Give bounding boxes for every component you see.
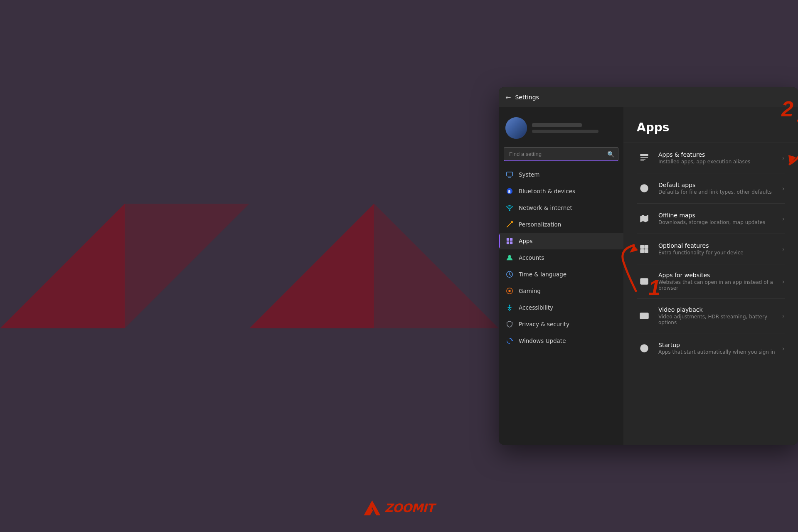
nav-item-windows-update[interactable]: Windows Update <box>499 332 623 349</box>
settings-list: Apps & features Installed apps, app exec… <box>623 143 798 363</box>
optional-features-title: Optional features <box>658 242 776 249</box>
content-area: 🔍 System ʙ Bluetooth & devices Networ <box>499 107 798 445</box>
video-playback-title: Video playback <box>658 306 776 313</box>
accounts-icon <box>505 254 514 262</box>
video-playback-desc: Video adjustments, HDR streaming, batter… <box>658 314 776 325</box>
bg-decoration-1 <box>0 204 125 328</box>
optional-features-icon <box>637 241 652 256</box>
search-box: 🔍 <box>504 147 618 161</box>
gaming-icon <box>505 287 514 295</box>
apps-features-desc: Installed apps, app execution aliases <box>658 159 776 165</box>
default-apps-desc: Defaults for file and link types, other … <box>658 189 776 195</box>
nav-label-gaming: Gaming <box>519 288 541 294</box>
svg-rect-28 <box>645 245 648 249</box>
accessibility-icon <box>505 303 514 312</box>
nav-item-privacy[interactable]: Privacy & security <box>499 316 623 332</box>
settings-window: ← Settings 🔍 <box>499 87 798 445</box>
zoomit-logo-text: ZOOMIT <box>384 501 434 515</box>
search-input[interactable] <box>504 147 618 161</box>
svg-rect-31 <box>640 278 648 284</box>
settings-item-apps-features[interactable]: Apps & features Installed apps, app exec… <box>637 143 785 173</box>
svg-rect-1 <box>508 177 511 177</box>
svg-rect-10 <box>510 241 512 244</box>
default-apps-arrow: › <box>782 185 785 192</box>
apps-icon <box>505 237 514 245</box>
nav-item-gaming[interactable]: Gaming <box>499 283 623 299</box>
offline-maps-title: Offline maps <box>658 212 776 219</box>
svg-rect-0 <box>507 172 512 176</box>
nav-label-system: System <box>519 171 539 178</box>
startup-arrow: › <box>782 345 785 352</box>
default-apps-title: Default apps <box>658 182 776 188</box>
apps-features-icon <box>637 150 652 165</box>
optional-features-desc: Extra functionality for your device <box>658 250 776 256</box>
svg-line-19 <box>510 309 511 311</box>
panel-header: Apps <box>623 107 798 143</box>
bg-decoration-3 <box>249 204 374 328</box>
personalization-icon <box>505 220 514 229</box>
settings-item-video-playback[interactable]: Video playback Video adjustments, HDR st… <box>637 299 785 333</box>
nav-item-system[interactable]: System <box>499 166 623 183</box>
apps-websites-arrow: › <box>782 278 785 286</box>
nav-item-bluetooth[interactable]: ʙ Bluetooth & devices <box>499 183 623 200</box>
network-icon <box>505 204 514 212</box>
settings-item-startup[interactable]: Startup Apps that start automatically wh… <box>637 333 785 363</box>
apps-websites-desc: Websites that can open in an app instead… <box>658 279 776 291</box>
zoomit-branding: ZOOMIT <box>364 500 434 515</box>
svg-text:ʙ: ʙ <box>508 189 510 194</box>
title-bar: ← Settings <box>499 87 798 107</box>
zoomit-logo-icon <box>364 500 380 515</box>
startup-icon <box>637 341 652 356</box>
offline-maps-icon <box>637 211 652 226</box>
svg-rect-27 <box>640 245 644 249</box>
avatar-image <box>505 117 527 139</box>
user-name <box>532 123 582 127</box>
svg-point-11 <box>508 255 511 258</box>
nav-item-personalization[interactable]: Personalization <box>499 216 623 233</box>
settings-item-offline-maps[interactable]: Offline maps Downloads, storage location… <box>637 204 785 234</box>
bg-decoration-2 <box>125 204 249 328</box>
video-playback-arrow: › <box>782 312 785 320</box>
offline-maps-text: Offline maps Downloads, storage location… <box>658 212 776 225</box>
settings-item-optional-features[interactable]: Optional features Extra functionality fo… <box>637 234 785 264</box>
svg-rect-9 <box>507 241 509 244</box>
apps-websites-text: Apps for websites Websites that can open… <box>658 272 776 291</box>
svg-point-4 <box>509 209 510 211</box>
nav-label-accessibility: Accessibility <box>519 304 553 311</box>
svg-marker-39 <box>364 500 380 515</box>
video-playback-text: Video playback Video adjustments, HDR st… <box>658 306 776 325</box>
nav-label-bluetooth: Bluetooth & devices <box>519 188 575 195</box>
optional-features-arrow: › <box>782 245 785 253</box>
user-profile[interactable] <box>499 114 623 147</box>
default-apps-text: Default apps Defaults for file and link … <box>658 182 776 195</box>
search-icon: 🔍 <box>607 151 614 158</box>
nav-item-time[interactable]: Time & language <box>499 266 623 283</box>
settings-item-apps-websites[interactable]: Apps for websites Websites that can open… <box>637 264 785 299</box>
apps-features-text: Apps & features Installed apps, app exec… <box>658 151 776 165</box>
svg-rect-20 <box>640 154 648 156</box>
nav-label-privacy: Privacy & security <box>519 321 569 328</box>
video-playback-icon <box>637 308 652 323</box>
svg-rect-7 <box>507 238 509 241</box>
offline-maps-arrow: › <box>782 215 785 223</box>
time-icon <box>505 270 514 278</box>
nav-item-apps[interactable]: Apps <box>499 233 623 249</box>
privacy-icon <box>505 320 514 328</box>
offline-maps-desc: Downloads, storage location, map updates <box>658 219 776 225</box>
user-info <box>532 123 598 133</box>
optional-features-text: Optional features Extra functionality fo… <box>658 242 776 256</box>
nav-item-accounts[interactable]: Accounts <box>499 249 623 266</box>
startup-desc: Apps that start automatically when you s… <box>658 349 776 355</box>
main-panel: Apps Apps & features Installed apps, app… <box>623 107 798 445</box>
nav-item-accessibility[interactable]: Accessibility <box>499 299 623 316</box>
settings-item-default-apps[interactable]: Default apps Defaults for file and link … <box>637 173 785 204</box>
avatar <box>505 117 527 139</box>
svg-point-15 <box>509 305 510 306</box>
apps-features-title: Apps & features <box>658 151 776 158</box>
svg-point-14 <box>508 290 510 292</box>
back-button[interactable]: ← <box>505 94 511 101</box>
nav-label-accounts: Accounts <box>519 254 544 261</box>
apps-features-arrow: › <box>782 154 785 162</box>
nav-item-network[interactable]: Network & internet <box>499 200 623 216</box>
nav-label-windows-update: Windows Update <box>519 337 566 344</box>
